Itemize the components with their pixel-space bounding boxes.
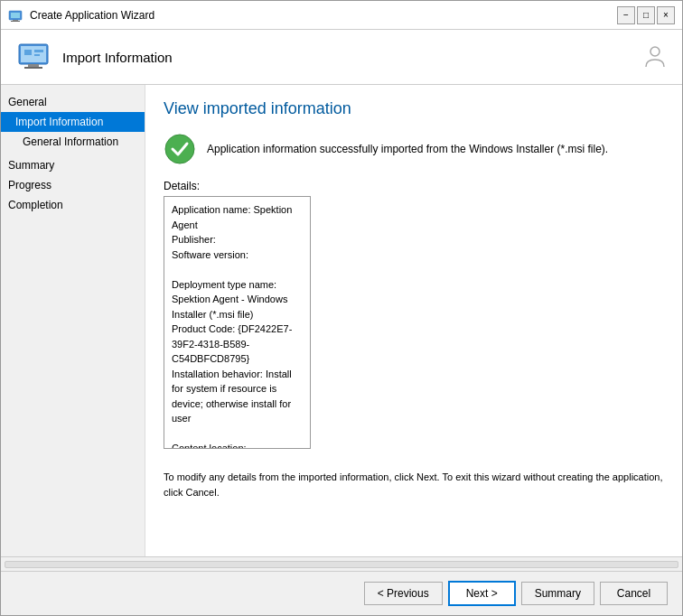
content-area: General Import Information General Infor… (1, 85, 682, 556)
sidebar-section-general: General (1, 92, 145, 112)
title-bar: Create Application Wizard − □ × (1, 1, 682, 30)
svg-rect-3 (11, 21, 20, 22)
maximize-button[interactable]: □ (637, 6, 655, 24)
application-window: Create Application Wizard − □ × Import I… (0, 0, 683, 616)
previous-button[interactable]: < Previous (364, 582, 443, 605)
details-box-wrapper (164, 196, 664, 452)
main-panel: View imported information Application in… (145, 85, 682, 556)
svg-rect-10 (34, 54, 40, 56)
details-textarea[interactable] (164, 196, 311, 449)
header-computer-icon (15, 39, 51, 75)
cancel-button[interactable]: Cancel (600, 582, 668, 605)
next-button[interactable]: Next > (448, 581, 516, 606)
sidebar-section-summary: Summary (1, 155, 145, 175)
success-message: Application information successfully imp… (207, 143, 608, 155)
sidebar-section-completion: Completion (1, 195, 145, 215)
svg-rect-1 (11, 13, 20, 18)
main-title: View imported information (164, 99, 664, 118)
footer-text: To modify any details from the imported … (164, 470, 664, 499)
sidebar-item-general-information[interactable]: General Information (1, 132, 145, 152)
bottom-bar: < Previous Next > Summary Cancel (1, 571, 682, 615)
wizard-header: Import Information (1, 30, 682, 85)
sidebar-section-progress: Progress (1, 175, 145, 195)
person-icon (642, 43, 668, 71)
svg-rect-7 (24, 67, 42, 69)
scroll-track[interactable] (5, 561, 678, 568)
svg-point-11 (650, 47, 660, 56)
success-icon (164, 133, 196, 165)
window-title: Create Application Wizard (30, 9, 617, 22)
svg-rect-8 (24, 50, 32, 55)
success-row: Application information successfully imp… (164, 133, 664, 165)
svg-rect-9 (34, 50, 43, 52)
header-title: Import Information (62, 50, 642, 65)
sidebar: General Import Information General Infor… (1, 85, 145, 556)
sidebar-item-import-information[interactable]: Import Information (1, 112, 145, 132)
window-icon (8, 8, 23, 23)
window-controls: − □ × (617, 6, 675, 24)
minimize-button[interactable]: − (617, 6, 635, 24)
horizontal-scrollbar (1, 556, 682, 571)
close-button[interactable]: × (657, 6, 675, 24)
svg-point-12 (165, 135, 194, 163)
summary-button[interactable]: Summary (521, 582, 594, 605)
details-label: Details: (164, 180, 664, 192)
